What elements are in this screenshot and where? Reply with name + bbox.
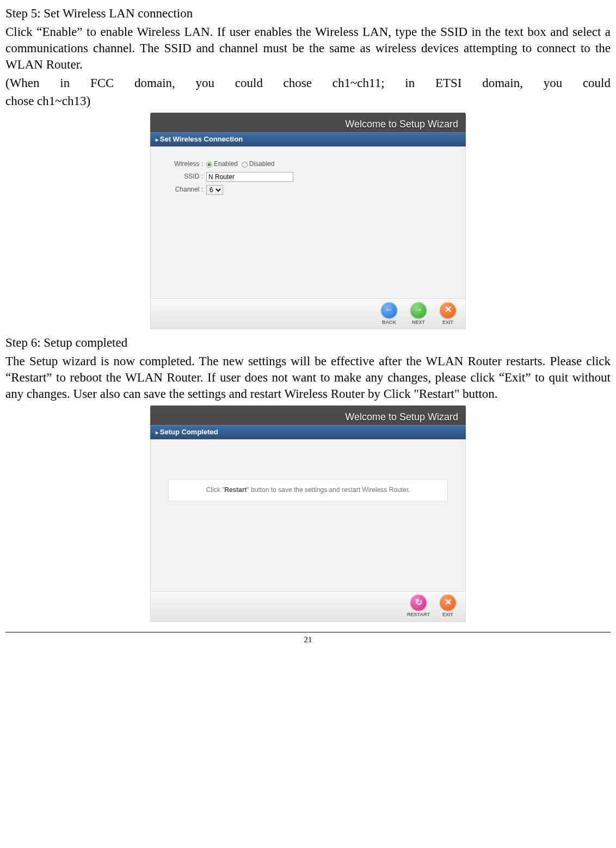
step6-title: Step 6: Setup completed xyxy=(5,335,611,351)
wireless-disabled-radio[interactable]: Disabled xyxy=(242,160,275,169)
exit-button[interactable]: ✕ EXIT xyxy=(436,302,460,326)
wizard1-section: Set Wireless Connection xyxy=(150,132,466,146)
step5-title: Step 5: Set Wireless LAN connection xyxy=(5,5,611,22)
wizard2-header: Welcome to Setup Wizard xyxy=(150,405,466,425)
ssid-input[interactable] xyxy=(206,172,293,182)
exit-button-2[interactable]: ✕ EXIT xyxy=(436,594,460,618)
wireless-label: Wireless : xyxy=(162,160,206,169)
wizard1-panel: Wireless : Enabled Disabled SSID : Chann… xyxy=(150,146,466,299)
restart-button[interactable]: ↻ RESTART xyxy=(406,594,430,618)
restart-message: Click "Restart" button to save the setti… xyxy=(168,479,448,502)
wizard1-footer: ← BACK → NEXT ✕ EXIT xyxy=(150,299,466,329)
next-button[interactable]: → NEXT xyxy=(406,302,430,326)
channel-label: Channel : xyxy=(162,186,206,194)
page-number: 21 xyxy=(5,632,611,646)
wizard-set-wireless: Welcome to Setup Wizard Set Wireless Con… xyxy=(150,113,466,329)
close-icon: ✕ xyxy=(440,302,456,318)
wizard1-header: Welcome to Setup Wizard xyxy=(150,113,466,132)
step5-para1: Click “Enable” to enable Wireless LAN. I… xyxy=(5,24,611,73)
restart-icon: ↻ xyxy=(410,594,427,611)
channel-select[interactable]: 6 xyxy=(206,185,223,195)
ssid-label: SSID : xyxy=(162,173,206,181)
wizard2-panel: Click "Restart" button to save the setti… xyxy=(150,439,466,592)
step5-para2a: (When in FCC domain, you could chose ch1… xyxy=(5,75,611,91)
step6-para: The Setup wizard is now completed. The n… xyxy=(5,353,611,402)
wizard-setup-completed: Welcome to Setup Wizard Setup Completed … xyxy=(150,405,466,622)
close-icon: ✕ xyxy=(440,594,456,611)
arrow-right-icon: → xyxy=(410,302,427,318)
wireless-enabled-radio[interactable]: Enabled xyxy=(206,160,238,169)
step5-para2b: chose ch1~ch13) xyxy=(5,93,611,109)
wizard2-footer: ↻ RESTART ✕ EXIT xyxy=(150,592,466,622)
arrow-left-icon: ← xyxy=(381,302,397,318)
back-button[interactable]: ← BACK xyxy=(377,302,401,326)
wizard2-section: Setup Completed xyxy=(150,425,466,439)
